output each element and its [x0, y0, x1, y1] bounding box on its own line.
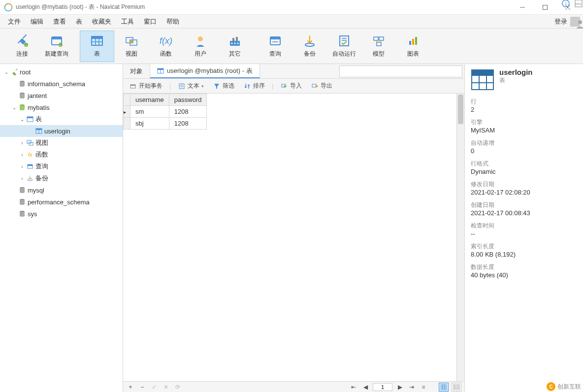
form-view-button[interactable]: [452, 383, 461, 392]
tab-strip: 对象 userlogin @mybatis (root) - 表: [123, 64, 464, 79]
toolbar-user[interactable]: 用户: [183, 31, 218, 62]
tree-db-jantent[interactable]: jantent: [0, 90, 123, 101]
grid-view-button[interactable]: [439, 383, 449, 392]
menu-edit[interactable]: 编辑: [26, 15, 48, 28]
toolbar-table[interactable]: 表: [80, 31, 114, 62]
sort-button[interactable]: 排序: [241, 81, 267, 91]
chevron-right-icon[interactable]: ›: [19, 164, 26, 169]
col-password[interactable]: password: [169, 94, 207, 106]
commit-button[interactable]: ✓: [150, 384, 159, 391]
menu-table[interactable]: 表: [71, 15, 87, 28]
toolbar-other[interactable]: 其它: [218, 31, 252, 62]
export-button[interactable]: 导出: [309, 81, 334, 91]
tree-functions-group[interactable]: › fx 函数: [0, 149, 123, 161]
svg-text:fx: fx: [28, 152, 32, 158]
vertical-scrollbar[interactable]: [456, 94, 464, 381]
data-grid[interactable]: username password sm 1208 sbj 1208: [123, 94, 207, 130]
table-row[interactable]: sbj 1208: [124, 118, 207, 130]
tab-userlogin[interactable]: userlogin @mybatis (root) - 表: [150, 64, 260, 78]
col-username[interactable]: username: [130, 94, 169, 106]
table-row[interactable]: sm 1208: [124, 106, 207, 118]
fx-icon: fx: [26, 151, 34, 159]
tree-views-group[interactable]: › 视图: [0, 137, 123, 149]
chevron-right-icon[interactable]: ›: [19, 176, 26, 181]
next-page-button[interactable]: ▶: [395, 384, 404, 391]
tree-connection-root[interactable]: ⌄ root: [0, 66, 123, 78]
view-icon: [125, 34, 138, 48]
cell-username[interactable]: sbj: [130, 118, 169, 130]
import-button[interactable]: 导入: [278, 81, 304, 91]
toolbar-function[interactable]: f(x) 函数: [149, 31, 183, 62]
tree-db-mybatis[interactable]: ⌄ mybatis: [0, 101, 123, 113]
menu-file[interactable]: 文件: [3, 15, 26, 28]
tab-label: userlogin @mybatis (root) - 表: [167, 66, 253, 75]
tree-db-performance-schema[interactable]: performance_schema: [0, 196, 123, 208]
prop-idxlen-v: 8.00 KB (8,192): [471, 251, 577, 258]
svg-text:f(x): f(x): [160, 36, 172, 46]
toolbar-view[interactable]: 视图: [114, 31, 149, 62]
data-toolbar: 开始事务 | 文本 ▾ 筛选 排序 | 导入 导出: [123, 79, 464, 94]
first-page-button[interactable]: ⇤: [349, 384, 358, 391]
database-icon: [18, 186, 27, 194]
add-row-button[interactable]: +: [126, 384, 135, 391]
avatar-icon[interactable]: [570, 17, 580, 27]
chevron-down-icon[interactable]: ⌄: [19, 117, 26, 122]
begin-transaction-button[interactable]: 开始事务: [127, 81, 164, 91]
last-page-button[interactable]: ⇥: [407, 384, 416, 391]
tree-label: performance_schema: [28, 198, 90, 206]
svg-point-25: [231, 43, 233, 44]
newquery-icon: +: [50, 34, 64, 48]
prev-page-button[interactable]: ◀: [361, 384, 370, 391]
minimize-button[interactable]: [511, 0, 534, 15]
menu-tools[interactable]: 工具: [116, 15, 139, 28]
stop-button[interactable]: ■: [419, 384, 428, 391]
tree-queries-group[interactable]: › 查询: [0, 161, 123, 172]
cell-username[interactable]: sm: [130, 106, 169, 118]
toolbar-chart[interactable]: 图表: [396, 31, 430, 62]
chevron-down-icon[interactable]: ⌄: [3, 69, 10, 75]
views-icon: [26, 139, 34, 147]
filter-button[interactable]: 筛选: [211, 81, 236, 91]
toolbar-model[interactable]: 模型: [361, 31, 396, 62]
menu-window[interactable]: 窗口: [139, 15, 162, 28]
tree-db-information-schema[interactable]: information_schema: [0, 78, 123, 90]
cell-password[interactable]: 1208: [169, 106, 207, 118]
svg-rect-41: [412, 39, 414, 45]
toolbar-backup-label: 备份: [304, 50, 316, 58]
chevron-right-icon[interactable]: ›: [19, 152, 26, 158]
tree-backups-group[interactable]: › 备份: [0, 172, 123, 184]
tree-db-sys[interactable]: sys: [0, 208, 123, 220]
tab-objects[interactable]: 对象: [123, 64, 150, 78]
prop-mod-k: 修改日期: [471, 180, 577, 189]
toolbar-autorun[interactable]: 自动运行: [327, 31, 361, 62]
menu-help[interactable]: 帮助: [162, 15, 184, 28]
model-icon: [372, 34, 386, 48]
row-marker-header: [124, 94, 130, 106]
page-input[interactable]: [373, 383, 392, 391]
svg-rect-76: [453, 384, 459, 390]
text-button[interactable]: 文本 ▾: [176, 81, 206, 91]
toolbar-newquery[interactable]: + 新建查询: [39, 31, 74, 62]
toolbar-connect[interactable]: + 连接: [5, 31, 39, 62]
toolbar-newquery-label: 新建查询: [45, 50, 68, 58]
tree-label: sys: [28, 210, 37, 218]
menu-favorites[interactable]: 收藏夹: [87, 15, 116, 28]
svg-text:+: +: [25, 44, 27, 47]
tree-label: jantent: [28, 92, 47, 99]
chevron-down-icon[interactable]: ⌄: [11, 105, 18, 110]
tree-table-userlogin[interactable]: userlogin: [0, 125, 123, 137]
cell-password[interactable]: 1208: [169, 118, 207, 130]
database-icon: [18, 92, 27, 99]
refresh-button[interactable]: ⟳: [173, 384, 182, 391]
tree-db-mysql[interactable]: mysql: [0, 184, 123, 196]
toolbar-backup[interactable]: 备份: [292, 31, 327, 62]
chevron-right-icon[interactable]: ›: [19, 140, 26, 146]
maximize-button[interactable]: [534, 0, 556, 15]
toolbar-query[interactable]: 查询: [258, 31, 292, 62]
menu-view[interactable]: 查看: [48, 15, 71, 28]
tree-tables-group[interactable]: ⌄ 表: [0, 113, 123, 125]
login-link[interactable]: 登录: [550, 15, 570, 28]
cancel-button[interactable]: ✕: [162, 384, 170, 391]
delete-row-button[interactable]: −: [138, 384, 147, 391]
search-input[interactable]: [339, 65, 462, 77]
